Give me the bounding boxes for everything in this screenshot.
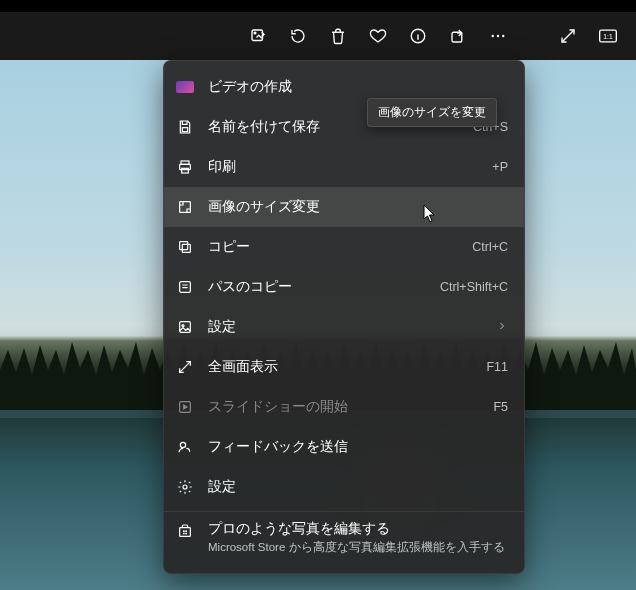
menu-shortcut: +P	[492, 160, 508, 174]
delete-button[interactable]	[320, 18, 356, 54]
svg-rect-13	[180, 202, 191, 213]
menu-shortcut: Ctrl+Shift+C	[440, 280, 508, 294]
svg-rect-12	[182, 168, 189, 173]
enter-fullscreen-button[interactable]	[550, 18, 586, 54]
favorite-button[interactable]	[360, 18, 396, 54]
svg-point-4	[492, 35, 494, 37]
menu-label: ビデオの作成	[208, 78, 508, 96]
svg-point-20	[180, 442, 185, 447]
menu-settings[interactable]: 設定	[164, 467, 524, 507]
svg-rect-26	[185, 533, 187, 535]
expand-icon	[176, 358, 194, 376]
svg-text:1:1: 1:1	[603, 33, 613, 40]
menu-slideshow: スライドショーの開始 F5	[164, 387, 524, 427]
svg-rect-9	[182, 128, 187, 132]
menu-set-as[interactable]: 設定	[164, 307, 524, 347]
svg-point-6	[502, 35, 504, 37]
feedback-icon	[176, 438, 194, 456]
picture-icon	[176, 318, 194, 336]
share-button[interactable]	[440, 18, 476, 54]
svg-rect-25	[183, 533, 185, 535]
rotate-button[interactable]	[280, 18, 316, 54]
svg-rect-24	[185, 530, 187, 532]
svg-rect-23	[183, 530, 185, 532]
svg-rect-17	[180, 322, 191, 333]
edit-button[interactable]	[240, 18, 276, 54]
svg-point-21	[183, 485, 187, 489]
svg-rect-0	[252, 30, 263, 41]
svg-rect-16	[180, 282, 191, 293]
copy-icon	[176, 238, 194, 256]
menu-label: 設定	[208, 478, 508, 496]
menu-shortcut: F5	[493, 400, 508, 414]
promo-subtitle: Microsoft Store から高度な写真編集拡張機能を入手する	[208, 540, 505, 555]
menu-label: コピー	[208, 238, 458, 256]
info-button[interactable]	[400, 18, 436, 54]
tooltip-resize: 画像のサイズを変更	[367, 98, 497, 127]
window-titlebar-fragment	[0, 0, 636, 12]
gear-icon	[176, 478, 194, 496]
copy-path-icon	[176, 278, 194, 296]
menu-pro-editing-promo[interactable]: プロのような写真を編集する Microsoft Store から高度な写真編集拡…	[164, 511, 524, 567]
menu-fullscreen[interactable]: 全画面表示 F11	[164, 347, 524, 387]
chevron-right-icon	[496, 319, 508, 335]
menu-label: 印刷	[208, 158, 478, 176]
more-options-menu: ビデオの作成 名前を付けて保存 Ctrl+S 印刷 +P 画像のサイズ変更 コピ…	[163, 60, 525, 574]
menu-copy-path[interactable]: パスのコピー Ctrl+Shift+C	[164, 267, 524, 307]
printer-icon	[176, 158, 194, 176]
svg-rect-14	[182, 244, 190, 252]
store-icon	[176, 522, 194, 540]
resize-icon	[176, 198, 194, 216]
menu-feedback[interactable]: フィードバックを送信	[164, 427, 524, 467]
svg-point-18	[182, 325, 184, 327]
video-thumb-icon	[176, 78, 194, 96]
menu-shortcut: F11	[486, 360, 508, 374]
menu-label: 設定	[208, 318, 482, 336]
more-button[interactable]	[480, 18, 516, 54]
menu-label: スライドショーの開始	[208, 398, 479, 416]
svg-point-5	[497, 35, 499, 37]
play-icon	[176, 398, 194, 416]
svg-point-1	[254, 32, 256, 34]
menu-shortcut: Ctrl+C	[472, 240, 508, 254]
svg-rect-15	[180, 242, 188, 250]
actual-size-button[interactable]: 1:1	[590, 18, 626, 54]
menu-label: 画像のサイズ変更	[208, 198, 508, 216]
toolbar: 1:1	[0, 12, 636, 60]
svg-rect-22	[180, 528, 191, 537]
menu-label: パスのコピー	[208, 278, 426, 296]
menu-label: 全画面表示	[208, 358, 472, 376]
menu-print[interactable]: 印刷 +P	[164, 147, 524, 187]
promo-title: プロのような写真を編集する	[208, 520, 505, 538]
menu-copy[interactable]: コピー Ctrl+C	[164, 227, 524, 267]
menu-resize-image[interactable]: 画像のサイズ変更	[164, 187, 524, 227]
menu-label: フィードバックを送信	[208, 438, 508, 456]
save-icon	[176, 118, 194, 136]
